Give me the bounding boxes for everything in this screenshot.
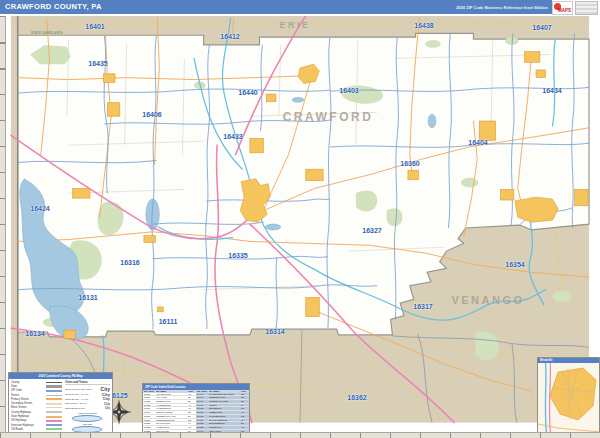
zip-label-16134: 16134 bbox=[25, 330, 44, 337]
city-linesville bbox=[73, 188, 90, 198]
logo-area: MAPS bbox=[552, 0, 600, 15]
zip-label-16335: 16335 bbox=[228, 252, 247, 259]
zip-label-16424: 16424 bbox=[30, 205, 49, 212]
city-meadville bbox=[240, 179, 270, 222]
zip-label-16327: 16327 bbox=[362, 227, 381, 234]
grid-ruler-left bbox=[0, 16, 6, 438]
city-townville bbox=[408, 170, 419, 180]
legend-city-class: Cities Below 5,000City bbox=[65, 406, 110, 411]
zip-label-16438: 16438 bbox=[414, 22, 433, 29]
zip-label-16314: 16314 bbox=[265, 328, 284, 335]
city-venango bbox=[266, 94, 276, 102]
page-title: CRAWFORD COUNTY, PA bbox=[5, 2, 102, 11]
legend-water-label: Streams bbox=[65, 423, 110, 426]
county-label-erie: ERIE bbox=[279, 20, 310, 30]
zip-label-16401: 16401 bbox=[85, 23, 104, 30]
city-atlantic bbox=[157, 307, 163, 312]
city-centerville bbox=[479, 121, 495, 140]
zip-label-16440: 16440 bbox=[238, 89, 257, 96]
city-titusville bbox=[515, 197, 558, 222]
city-springboro bbox=[103, 74, 115, 83]
city-cochranton bbox=[306, 297, 319, 316]
zip-label-16404: 16404 bbox=[468, 139, 487, 146]
edition-subtitle: 2020 ZIP Code Business Reference Inset E… bbox=[456, 5, 548, 10]
county-label-venango: VENANGO bbox=[451, 294, 524, 306]
secondary-logo bbox=[575, 1, 598, 15]
zip-label-16403: 16403 bbox=[339, 87, 358, 94]
legend-item: Toll Roads bbox=[11, 427, 62, 431]
zip-label-16316: 16316 bbox=[120, 259, 139, 266]
zip-index-table: ZIP Code Index/Grid Locator ZIP CodeZIP … bbox=[142, 383, 250, 437]
city-conneaut-lake bbox=[144, 236, 156, 243]
legend-cities-column: Cities and Towns Cities 100,000 and Abov… bbox=[65, 380, 110, 434]
area-label: STATE GAMELANDS bbox=[31, 31, 63, 35]
city-saegertown bbox=[250, 138, 263, 152]
brand-logo: MAPS bbox=[552, 1, 573, 15]
zip-label-16354: 16354 bbox=[505, 261, 524, 268]
zip-label-16407: 16407 bbox=[532, 24, 551, 31]
legend-water-shape bbox=[72, 415, 102, 422]
zip-label-16362: 16362 bbox=[347, 394, 366, 401]
legend-cities-header: Cities and Towns bbox=[65, 380, 110, 385]
zip-label-16111: 16111 bbox=[159, 318, 178, 325]
zip-label-16406: 16406 bbox=[142, 111, 161, 118]
grid-ruler-bottom bbox=[0, 432, 600, 438]
city-spartansburg bbox=[536, 70, 546, 78]
map-legend: 2020 Crawford County, PA Map CountyState… bbox=[8, 372, 113, 435]
city-inset-map: Meadville bbox=[537, 357, 600, 438]
city-jamestown bbox=[64, 330, 76, 339]
city-union-city bbox=[524, 52, 539, 63]
county-label-crawford: CRAWFORD bbox=[283, 110, 374, 124]
legend-water-label: Lakes and Rivers bbox=[65, 412, 110, 415]
zip-label-16434: 16434 bbox=[542, 87, 561, 94]
brand-logo-text: MAPS bbox=[558, 8, 571, 13]
zip-label-16360: 16360 bbox=[400, 160, 419, 167]
zip-index-right-columns: ZIP CodeZIP NameGrid16403CAMBRIDGE SPRIN… bbox=[196, 390, 249, 437]
zip-label-16131: 16131 bbox=[78, 294, 97, 301]
lake-canadohta bbox=[428, 114, 436, 127]
map-page: CRAWFORD COUNTY, PA 2020 ZIP Code Busine… bbox=[0, 0, 600, 438]
city-guys-mills bbox=[306, 169, 323, 181]
inset-title: Meadville bbox=[538, 358, 599, 363]
zip-index-left-columns: ZIP CodeZIP NameGrid16110ADAMSVILLEA5161… bbox=[143, 390, 196, 437]
lake-tamarack bbox=[265, 224, 280, 230]
zip-label-16412: 16412 bbox=[220, 33, 239, 40]
city-conneautville bbox=[107, 103, 120, 116]
city-hydetown bbox=[500, 189, 513, 200]
zip-label-16317: 16317 bbox=[413, 303, 432, 310]
header-bar: CRAWFORD COUNTY, PA 2020 ZIP Code Busine… bbox=[0, 0, 600, 14]
zip-label-16435: 16435 bbox=[88, 60, 107, 67]
zip-label-16433: 16433 bbox=[223, 133, 242, 140]
legend-line-items: CountyStateZIP CodeStreetsPrimary Street… bbox=[11, 380, 62, 434]
